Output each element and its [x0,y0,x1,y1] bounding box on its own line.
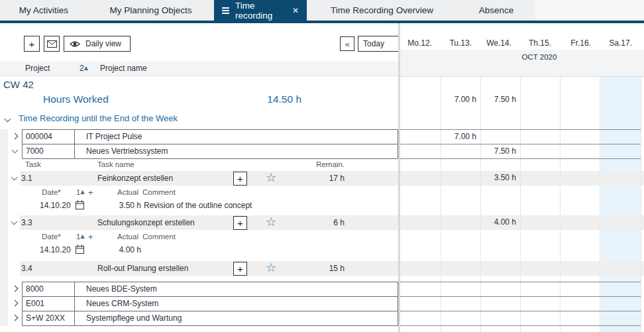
chevron-right-icon[interactable] [12,300,19,307]
chevron-right-icon[interactable] [12,133,19,140]
column-header-remaining[interactable]: Remain. [285,160,345,168]
chevron-down-icon[interactable] [12,147,19,154]
sort-asc-icon: ▲ [80,233,84,239]
column-header-actual[interactable]: Actual [117,188,138,196]
grid-line [400,76,644,77]
add-entry-button[interactable]: + [233,172,247,186]
chevron-down-icon[interactable] [11,174,18,181]
column-header-task-name[interactable]: Task name [97,160,134,168]
section-label[interactable]: Time Recording until the End of the Week [19,113,178,123]
column-header-task[interactable]: Task [25,160,41,168]
task-row-band [400,215,644,230]
calendar-icon[interactable] [76,200,84,209]
view-select-label: Daily view [85,39,121,48]
project-code-cell[interactable]: 8000 [22,282,75,297]
task-id: 3.3 [21,218,32,227]
calendar-icon[interactable] [76,245,84,254]
mail-button[interactable] [44,36,60,52]
column-line [641,76,641,332]
column-header-actual[interactable]: Actual [117,233,138,241]
add-entry-button[interactable]: + [233,262,247,276]
chevron-right-icon[interactable] [12,286,19,292]
tab-time-recording[interactable]: Time recording ✕ [214,0,307,21]
task-name: Feinkonzept erstellen [97,174,173,183]
add-entry-button[interactable]: + [233,216,247,230]
column-header-date[interactable]: Date* [42,233,61,241]
add-row-icon[interactable]: + [88,232,93,242]
project-code-cell[interactable]: E001 [22,296,75,311]
chevron-down-icon[interactable] [11,219,18,225]
tab-my-activities[interactable]: My Activities [0,0,87,21]
day-header-fr[interactable]: Fr.16. [560,38,600,48]
chevron-right-icon[interactable] [12,315,19,321]
column-header-comment[interactable]: Comment [142,188,176,196]
column-header-comment[interactable]: Comment [142,233,176,241]
day-header-sa[interactable]: Sa.17. [600,38,641,48]
sort-indicator-date: 1▲ [76,233,85,241]
entry-actual[interactable]: 4.00 h [101,245,141,254]
tab-time-recording-overview[interactable]: Time Recording Overview [307,0,457,21]
add-row-icon[interactable]: + [88,188,93,197]
entry-actual[interactable]: 3.50 h [101,201,141,210]
project-code-cell[interactable]: 000004 [22,129,75,144]
day-header-tu[interactable]: Tu.13. [441,38,480,48]
day-header-mo[interactable]: Mo.12. [400,38,441,48]
hours-cell[interactable]: 4.00 h [482,217,516,229]
tab-my-planning-objects[interactable]: My Planning Objects [87,0,214,21]
menu-icon[interactable] [222,7,229,14]
entry-date[interactable]: 14.10.20 [40,201,71,210]
entry-comment[interactable]: Revision of the outline concept [144,201,252,210]
entry-date[interactable]: 14.10.20 [40,245,71,254]
favorite-star-icon[interactable]: ☆ [266,172,276,184]
sort-asc-icon: ▲ [80,189,84,195]
sort-indicator-date: 1▲ [76,188,85,196]
column-line [560,76,561,332]
chevron-down-icon[interactable] [5,116,11,123]
project-name-cell[interactable]: Systempflege und Wartung [74,311,398,326]
favorite-star-icon[interactable]: ☆ [266,216,276,228]
plus-icon: + [237,173,243,184]
today-label: Today [363,39,384,48]
project-code-cell[interactable]: S+W 20XX [22,311,75,326]
day-header-th[interactable]: Th.15. [520,38,560,48]
hours-cell[interactable]: 7.50 h [482,95,516,107]
month-label: OCT 2020 [473,53,606,61]
project-name-cell[interactable]: IT Project Pulse [74,129,398,144]
column-line [480,76,481,332]
sort-indicator-project: 2▲ [80,64,88,73]
tab-bar-filler [535,0,644,21]
hours-cell[interactable]: 7.00 h [442,132,476,144]
column-line [441,76,441,332]
tab-bar: My Activities My Planning Objects Time r… [0,0,644,21]
column-header-date[interactable]: Date* [42,188,61,196]
add-button[interactable]: + [24,36,40,52]
column-line [600,76,600,332]
column-header-project[interactable]: Project [25,64,50,73]
row-line [400,311,641,311]
project-name-cell[interactable]: Neues CRM-System [74,296,398,311]
prev-button[interactable]: « [340,36,354,51]
today-button[interactable]: Today [358,36,398,52]
hours-cell[interactable]: 7.00 h [442,95,476,107]
day-header-we[interactable]: We.14. [480,38,520,48]
project-code-cell[interactable]: 7000 [22,144,75,159]
close-icon[interactable]: ✕ [292,6,299,15]
tab-absence[interactable]: Absence [457,0,535,21]
task-name: Schulungskonzept erstellen [97,218,195,227]
task-name: Roll-out Planung erstellen [97,264,188,273]
row-gutter [0,129,8,326]
column-header-project-name[interactable]: Project name [100,64,147,73]
project-name-cell[interactable]: Neues BDE-System [74,282,398,297]
calendar-week-label: CW 42 [3,79,34,90]
plus-icon: + [237,217,243,229]
row-line [400,296,641,297]
favorite-star-icon[interactable]: ☆ [266,262,276,274]
view-select[interactable]: Daily view [64,36,131,52]
hours-cell[interactable]: 3.50 h [482,173,516,185]
task-row-band [400,171,644,186]
project-name-cell[interactable]: Neues Vertriebssystem [74,144,398,159]
task-id: 3.4 [21,264,32,273]
hours-cell[interactable]: 7.50 h [482,146,516,158]
hours-worked-total: 14.50 h [219,93,301,105]
calendar-grid-pane: OCT 2020 Mo.12. Tu.13. We.14. Th.15. Fr.… [398,23,644,332]
